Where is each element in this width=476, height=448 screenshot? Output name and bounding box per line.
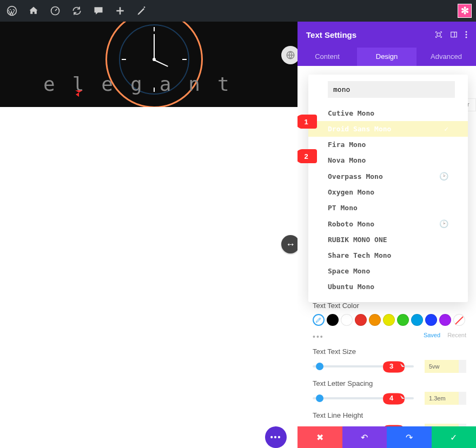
font-option[interactable]: Ubuntu Mono [308, 279, 468, 295]
eyedropper-button[interactable] [313, 314, 325, 326]
dashboard-icon[interactable] [48, 3, 63, 18]
plus-icon[interactable] [113, 3, 128, 18]
font-option[interactable]: Nova Mono [308, 152, 468, 168]
color-swatch[interactable] [341, 314, 353, 326]
font-list: Cutive Mono Droid Sans Mono✓ Fira Mono N… [308, 102, 468, 302]
font-option[interactable]: Roboto Mono🕑 [308, 216, 468, 232]
svg-point-5 [466, 31, 467, 33]
divi-toggle-button[interactable]: ✻ [458, 4, 472, 18]
callout-2: 2 [298, 149, 317, 163]
font-option[interactable]: Cutive Mono [308, 105, 468, 121]
recent-icon: 🕑 [439, 172, 448, 180]
color-swatch[interactable] [397, 314, 409, 326]
recent-icon: 🕑 [439, 219, 448, 228]
font-option[interactable]: Oxygen Mono [308, 184, 468, 200]
color-swatch[interactable] [327, 314, 339, 326]
delete-button[interactable]: ✖ [298, 426, 342, 448]
lineheight-label: Text Line Height [313, 411, 466, 419]
color-swatch[interactable] [383, 314, 395, 326]
color-swatch[interactable] [369, 314, 381, 326]
svg-rect-4 [451, 32, 457, 37]
wordpress-icon[interactable] [4, 3, 19, 18]
color-swatch[interactable] [411, 314, 423, 326]
saved-colors-tab[interactable]: Saved [424, 332, 440, 338]
font-search-input[interactable] [328, 81, 455, 98]
undo-button[interactable]: ↶ [342, 426, 387, 448]
module-menu-fab[interactable]: ••• [265, 426, 287, 448]
kebab-icon[interactable] [465, 31, 467, 38]
callout-1: 1 [298, 115, 317, 129]
font-option[interactable]: RUBIK MONO ONE [308, 232, 468, 248]
color-swatch[interactable] [355, 314, 367, 326]
tab-advanced[interactable]: Advanced [416, 48, 476, 66]
color-swatch[interactable] [439, 314, 451, 326]
settings-sidebar: Text Settings Content Design Advanced er… [298, 22, 476, 448]
font-option[interactable]: Overpass Mono🕑 [308, 168, 468, 184]
size-input[interactable] [425, 360, 459, 373]
tab-design[interactable]: Design [357, 48, 416, 66]
lineheight-input[interactable] [425, 424, 459, 426]
pencil-icon[interactable] [134, 3, 149, 18]
font-option[interactable]: PT Mono [308, 200, 468, 216]
preview-hero: elegant [0, 22, 298, 107]
comment-icon[interactable] [91, 3, 106, 18]
recent-colors-tab[interactable]: Recent [447, 332, 466, 338]
more-colors-icon[interactable]: ••• [313, 332, 324, 341]
color-none[interactable] [453, 314, 465, 326]
svg-rect-3 [437, 33, 440, 36]
font-dropdown: 1 2 Cutive Mono Droid Sans Mono✓ Fira Mo… [308, 75, 468, 302]
svg-point-7 [466, 37, 467, 38]
color-swatch[interactable] [425, 314, 437, 326]
font-option[interactable]: Share Tech Mono [308, 248, 468, 263]
sidebar-header: Text Settings [298, 22, 476, 48]
expand-icon[interactable] [435, 31, 442, 38]
redo-button[interactable]: ↷ [387, 426, 432, 448]
save-button[interactable]: ✓ [432, 426, 477, 448]
action-bar: ✖ ↶ ↷ ✓ [298, 426, 476, 448]
wp-admin-bar: ✻ [0, 0, 476, 22]
refresh-icon[interactable] [69, 3, 84, 18]
color-swatches [313, 314, 466, 326]
font-option[interactable]: Fira Mono [308, 137, 468, 152]
panel-icon[interactable] [450, 31, 458, 38]
svg-point-6 [466, 34, 467, 36]
globe-button[interactable] [281, 46, 300, 64]
font-option[interactable]: Space Mono [308, 263, 468, 279]
spacing-input[interactable] [425, 392, 459, 405]
home-icon[interactable] [26, 3, 41, 18]
tab-content[interactable]: Content [298, 48, 357, 66]
font-option-selected[interactable]: Droid Sans Mono✓ [308, 121, 468, 137]
color-label: Text Text Color [313, 302, 466, 310]
page-preview: elegant ↔ ••• [0, 22, 298, 448]
size-label: Text Text Size [313, 347, 466, 356]
spacing-label: Text Letter Spacing [313, 379, 466, 387]
sidebar-title: Text Settings [306, 30, 356, 39]
resize-handle[interactable]: ↔ [281, 235, 300, 253]
settings-tabs: Content Design Advanced [298, 48, 476, 66]
